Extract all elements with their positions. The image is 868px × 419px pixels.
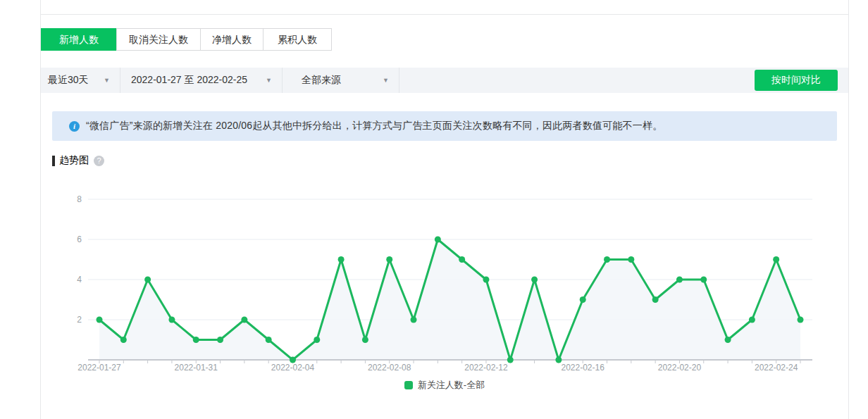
time-range-select[interactable]: 最近30天 ▼ — [41, 68, 120, 93]
data-point[interactable] — [97, 317, 103, 323]
section-title-marker — [52, 156, 55, 166]
section-title: 趋势图 — [59, 154, 89, 167]
x-axis-tick-label: 2022-02-16 — [562, 363, 605, 373]
data-point[interactable] — [217, 337, 223, 343]
date-range-select[interactable]: 2022-01-27 至 2022-02-25 ▼ — [120, 68, 283, 93]
tab-new-followers[interactable]: 新增人数 — [41, 28, 117, 51]
x-axis-tick-label: 2022-02-24 — [755, 363, 798, 373]
chevron-down-icon: ▼ — [383, 77, 389, 84]
x-axis-tick-label: 2022-01-27 — [78, 363, 121, 373]
chevron-down-icon: ▼ — [104, 77, 110, 84]
info-banner: i “微信广告”来源的新增关注在 2020/06起从其他中拆分给出，计算方式与广… — [52, 111, 837, 141]
y-axis-tick-label: 4 — [77, 275, 82, 284]
data-point[interactable] — [266, 337, 272, 343]
data-point[interactable] — [749, 317, 755, 323]
data-point[interactable] — [483, 277, 489, 283]
y-axis-tick-label: 6 — [77, 234, 82, 244]
y-axis-tick-label: 2 — [77, 315, 82, 325]
data-point[interactable] — [798, 317, 804, 323]
tab-cumulative[interactable]: 累积人数 — [263, 28, 332, 51]
source-value: 全部来源 — [302, 74, 341, 87]
x-axis-tick-label: 2022-02-08 — [368, 363, 411, 373]
tab-unfollowers[interactable]: 取消关注人数 — [116, 28, 201, 51]
data-point[interactable] — [168, 317, 175, 323]
data-point[interactable] — [507, 357, 514, 363]
data-point[interactable] — [773, 256, 779, 263]
legend-color-swatch — [404, 381, 413, 389]
chart-legend-item[interactable]: 新关注人数-全部 — [41, 379, 848, 392]
date-range-value: 2022-01-27 至 2022-02-25 — [131, 74, 247, 87]
compare-by-time-button[interactable]: 按时间对比 — [755, 70, 838, 91]
source-select[interactable]: 全部来源 ▼ — [283, 68, 399, 93]
data-point[interactable] — [628, 256, 634, 263]
metric-tabs: 新增人数 取消关注人数 净增人数 累积人数 — [41, 28, 848, 51]
followers-stats-page: 新增人数 取消关注人数 净增人数 累积人数 最近30天 ▼ 2022-01-27… — [0, 0, 868, 419]
data-point[interactable] — [386, 256, 392, 263]
x-axis-tick-label: 2022-02-12 — [464, 363, 508, 373]
data-point[interactable] — [314, 337, 320, 343]
filter-bar: 最近30天 ▼ 2022-01-27 至 2022-02-25 ▼ 全部来源 ▼… — [41, 68, 848, 93]
info-icon: i — [69, 121, 80, 132]
data-point[interactable] — [604, 256, 610, 263]
legend-label: 新关注人数-全部 — [418, 379, 485, 392]
data-point[interactable] — [435, 237, 441, 243]
data-point[interactable] — [120, 337, 127, 343]
x-axis-tick-label: 2022-02-20 — [658, 363, 702, 373]
time-range-value: 最近30天 — [48, 74, 89, 87]
info-banner-text: “微信广告”来源的新增关注在 2020/06起从其他中拆分给出，计算方式与广告主… — [86, 120, 662, 132]
x-axis-tick-label: 2022-02-04 — [271, 363, 315, 373]
data-point[interactable] — [652, 296, 659, 303]
data-point[interactable] — [144, 277, 151, 283]
y-axis-tick-label: 8 — [77, 194, 82, 204]
data-point[interactable] — [580, 296, 586, 303]
previous-card-bottom-edge — [41, 0, 848, 15]
trend-section-header: 趋势图 ? — [52, 154, 848, 167]
x-axis-tick-label: 2022-01-31 — [175, 363, 218, 373]
data-point[interactable] — [362, 337, 368, 343]
content-panel: 新增人数 取消关注人数 净增人数 累积人数 最近30天 ▼ 2022-01-27… — [40, 0, 849, 419]
trend-chart: 24682022-01-272022-01-312022-02-042022-0… — [41, 176, 848, 380]
data-point[interactable] — [338, 256, 345, 263]
data-point[interactable] — [725, 337, 731, 343]
help-icon[interactable]: ? — [94, 156, 104, 166]
data-point[interactable] — [193, 337, 199, 343]
data-point[interactable] — [676, 277, 683, 283]
data-point[interactable] — [411, 317, 417, 323]
data-point[interactable] — [700, 277, 707, 283]
chevron-down-icon: ▼ — [266, 77, 272, 84]
data-point[interactable] — [531, 277, 538, 283]
data-point[interactable] — [459, 256, 465, 263]
tab-net-growth[interactable]: 净增人数 — [200, 28, 264, 51]
data-point[interactable] — [241, 317, 247, 323]
